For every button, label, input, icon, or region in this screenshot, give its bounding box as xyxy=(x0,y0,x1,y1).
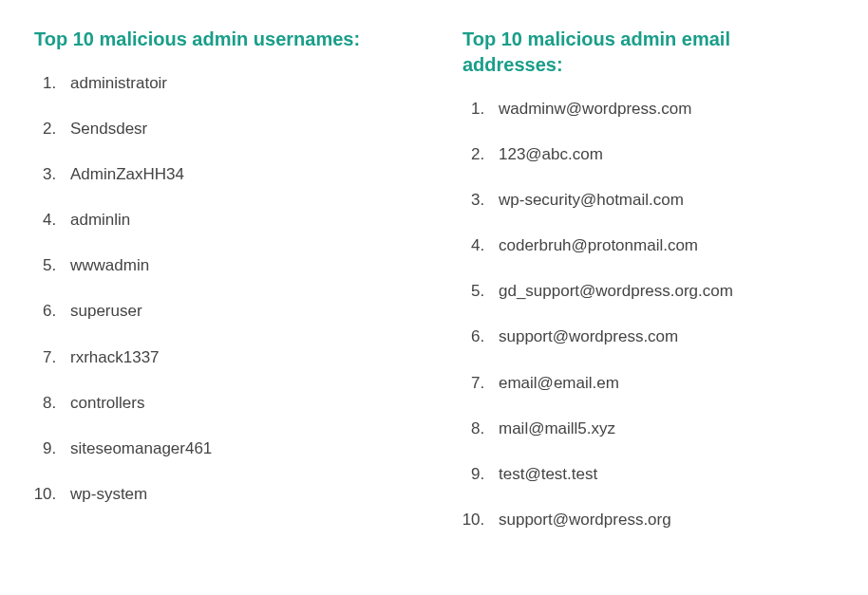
emails-list: wadminw@wordpress.com 123@abc.com wp-sec… xyxy=(462,99,834,530)
list-item: rxrhack1337 xyxy=(61,347,406,368)
list-item: email@email.em xyxy=(489,373,834,394)
left-heading: Top 10 malicious admin usernames: xyxy=(34,27,406,52)
list-item: coderbruh@protonmail.com xyxy=(489,235,834,256)
list-item: controllers xyxy=(61,393,406,414)
right-heading: Top 10 malicious admin email addresses: xyxy=(462,27,834,78)
list-item: support@wordpress.org xyxy=(489,510,834,530)
list-item: wwwadmin xyxy=(61,255,406,276)
list-item: administratoir xyxy=(61,73,406,94)
list-item: Sendsdesr xyxy=(61,119,406,139)
list-item: wp-system xyxy=(61,484,406,505)
list-item: gd_support@wordpress.org.com xyxy=(489,281,834,302)
list-item: test@test.test xyxy=(489,464,834,485)
list-item: superuser xyxy=(61,301,406,322)
list-item: wp-security@hotmail.com xyxy=(489,190,834,211)
list-item: siteseomanager461 xyxy=(61,438,406,459)
list-item: support@wordpress.com xyxy=(489,326,834,347)
list-item: wadminw@wordpress.com xyxy=(489,99,834,120)
list-item: AdminZaxHH34 xyxy=(61,164,406,185)
list-item: adminlin xyxy=(61,210,406,231)
right-column: Top 10 malicious admin email addresses: … xyxy=(462,27,834,530)
list-item: 123@abc.com xyxy=(489,144,834,165)
two-column-layout: Top 10 malicious admin usernames: admini… xyxy=(34,27,834,530)
usernames-list: administratoir Sendsdesr AdminZaxHH34 ad… xyxy=(34,73,406,505)
left-column: Top 10 malicious admin usernames: admini… xyxy=(34,27,406,530)
list-item: mail@maill5.xyz xyxy=(489,418,834,439)
